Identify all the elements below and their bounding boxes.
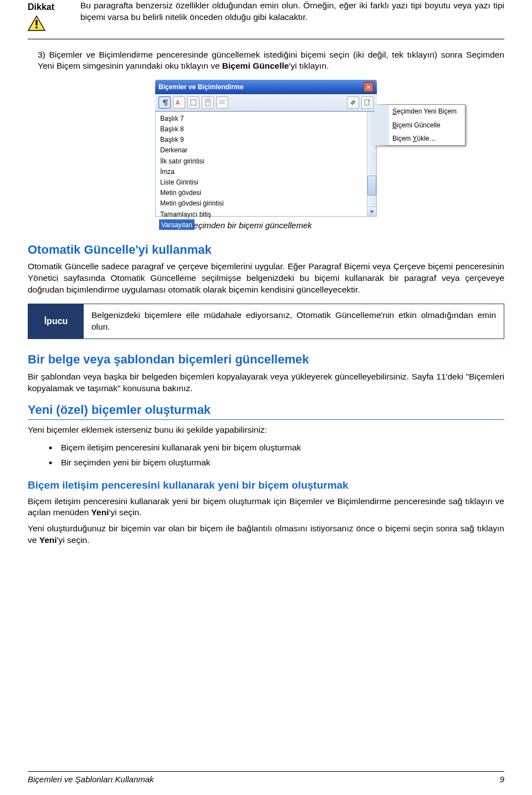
list-item: Bir seçimden yeni bir biçem oluşturmak <box>49 455 504 470</box>
tip-text: Belgenizdeki biçemlere elle müdahale edi… <box>84 304 504 338</box>
heading-auto-update: Otomatik Güncelle'yi kullanmak <box>28 242 504 258</box>
footer-title: Biçemleri ve Şablonları Kullanmak <box>28 774 154 785</box>
page-footer: Biçemleri ve Şablonları Kullanmak 9 <box>28 771 504 785</box>
dialog-p2: Yeni oluşturduğunuz bir biçemin var olan… <box>28 523 504 546</box>
styles-list[interactable]: Başlık 7 Başlık 8 Başlık 9 Derkenar İlk … <box>155 111 377 217</box>
svg-rect-1 <box>35 20 37 25</box>
svg-rect-5 <box>206 99 210 106</box>
menu-item-load-style[interactable]: Biçem Yükle… <box>389 132 465 145</box>
char-styles-icon[interactable]: A <box>173 96 185 109</box>
scroll-thumb[interactable] <box>367 176 376 196</box>
heading-create-via-dialog: Biçem iletişim penceresini kullanarak ye… <box>28 478 504 493</box>
svg-point-10 <box>219 102 221 104</box>
tip-label: İpucu <box>28 304 84 338</box>
list-item[interactable]: Başlık 8 <box>159 124 376 135</box>
fill-format-icon[interactable] <box>347 96 359 109</box>
update-from-template-paragraph: Bir şablondan veya başka bir belgeden bi… <box>28 371 504 394</box>
menu-item-update-style[interactable]: Biçemi Güncelle <box>389 119 465 132</box>
caution-left: Dikkat <box>28 0 80 34</box>
svg-text:A: A <box>176 99 180 106</box>
step3-text2: 'yi tıklayın. <box>289 61 329 70</box>
step3-paragraph: 3) Biçemler ve Biçimlendirme penceresind… <box>38 49 504 73</box>
list-item[interactable]: Liste Girintisi <box>159 177 376 187</box>
create-new-list: Biçem iletişim penceresini kullanarak ye… <box>49 440 504 470</box>
heading-update-from-template: Bir belge veya şablondan biçemleri günce… <box>28 351 504 368</box>
list-styles-icon[interactable] <box>216 96 228 109</box>
svg-text:+: + <box>367 99 370 104</box>
list-item[interactable]: Tamamlayıcı bitiş <box>159 209 376 219</box>
svg-marker-14 <box>370 211 374 213</box>
menu-item-new-style[interactable]: Seçimden Yeni Biçem <box>389 105 465 118</box>
caution-text: Bu paragrafta benzersiz özellikler olduğ… <box>80 0 504 34</box>
window-titlebar: Biçemler ve Biçimlendirme × <box>155 80 377 94</box>
step3-bold: Biçemi Güncelle <box>222 61 289 70</box>
new-style-from-selection-icon[interactable]: + <box>361 96 374 109</box>
step3-num: 3) <box>38 50 45 59</box>
frame-styles-icon[interactable] <box>187 96 200 109</box>
caution-box: Dikkat Bu paragrafta benzersiz özellikle… <box>28 0 504 39</box>
window-title: Biçemler ve Biçimlendirme <box>158 83 243 91</box>
page-number: 9 <box>500 774 504 785</box>
list-item: Biçem iletişim penceresini kullanarak ye… <box>49 440 504 455</box>
svg-rect-4 <box>191 100 196 105</box>
list-item[interactable]: Başlık 9 <box>159 135 376 145</box>
create-new-intro: Yeni biçemler eklemek isterseniz bunu ik… <box>28 424 504 436</box>
list-item[interactable]: Metin gövdesi girintisi <box>159 198 376 209</box>
list-item[interactable]: Başlık 7 <box>159 113 376 124</box>
list-item[interactable]: Derkenar <box>159 145 376 156</box>
list-item[interactable]: Metin gövdesi <box>159 188 376 198</box>
context-menu: Seçimden Yeni Biçem Biçemi Güncelle Biçe… <box>375 104 466 146</box>
auto-update-paragraph: Otomatik Güncelle sadece paragraf ve çer… <box>28 261 504 296</box>
paragraph-styles-icon[interactable] <box>158 96 171 109</box>
heading-create-new-styles: Yeni (özel) biçemler oluşturmak <box>28 402 504 420</box>
styles-window-figure: Biçemler ve Biçimlendirme × A + Başlık 7… <box>28 80 504 217</box>
warning-icon <box>28 16 80 34</box>
list-item-selected[interactable]: Varsayılan <box>159 219 195 230</box>
list-item[interactable]: İlk satır girintisi <box>159 156 376 166</box>
svg-rect-2 <box>35 27 37 28</box>
styles-window: Biçemler ve Biçimlendirme × A + Başlık 7… <box>155 80 377 217</box>
tip-box: İpucu Belgenizdeki biçemlere elle müdaha… <box>28 304 504 339</box>
svg-point-8 <box>219 100 221 101</box>
styles-toolbar: A + <box>155 94 377 111</box>
scroll-down-icon[interactable] <box>367 207 376 216</box>
page-styles-icon[interactable] <box>202 96 214 109</box>
close-button[interactable]: × <box>364 82 374 92</box>
caution-label: Dikkat <box>28 1 80 13</box>
list-item[interactable]: İmza <box>159 166 376 177</box>
dialog-p1: Biçem iletişim penceresini kullanarak ye… <box>28 496 504 519</box>
